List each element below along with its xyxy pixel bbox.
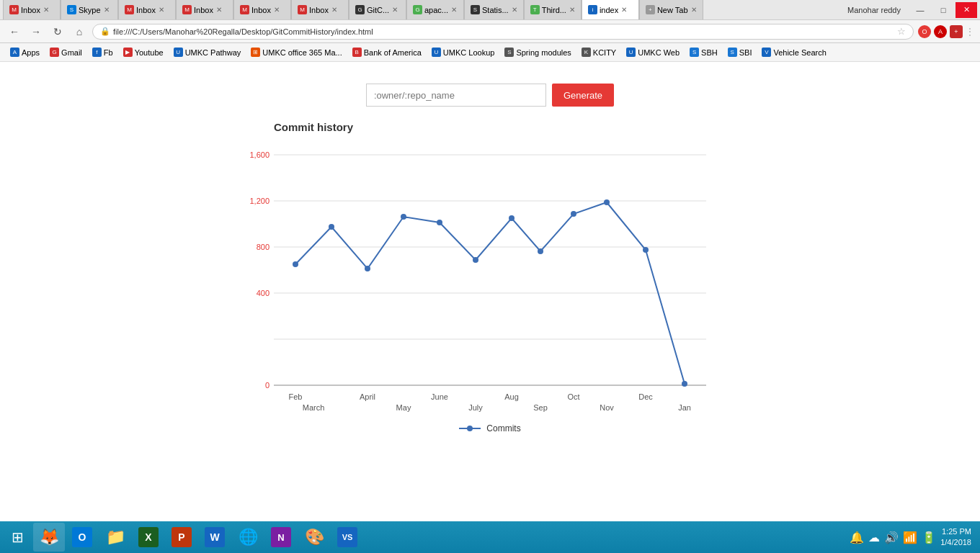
tab-close[interactable]: ✕: [43, 6, 49, 14]
bookmark-icon: U: [432, 48, 441, 57]
tab-tab11[interactable]: i index ✕: [582, 0, 639, 19]
bookmark-label: SBH: [701, 48, 718, 57]
bookmark-youtube[interactable]: ▶ Youtube: [119, 46, 168, 58]
extensions-area: O A + ⋮: [918, 25, 974, 38]
back-button[interactable]: ←: [6, 23, 23, 40]
tab-label: Inbox: [194, 6, 213, 14]
tab-tab2[interactable]: S Skype ✕: [61, 0, 118, 19]
tab-icon: M: [240, 5, 249, 14]
svg-text:Aug: Aug: [504, 392, 519, 401]
bookmark-apps[interactable]: A Apps: [6, 46, 44, 58]
tab-close[interactable]: ✕: [569, 6, 575, 14]
svg-text:Sep: Sep: [533, 403, 548, 412]
bookmark-umkc-pathway[interactable]: U UMKC Pathway: [169, 46, 246, 58]
tab-icon: M: [182, 5, 192, 14]
tab-tab8[interactable]: G apac... ✕: [406, 0, 464, 19]
point-sep: [538, 248, 543, 254]
legend-label: Commits: [486, 423, 520, 433]
bookmark-vehicle-search[interactable]: V Vehicle Search: [757, 46, 830, 58]
bookmark-label: Spring modules: [516, 48, 571, 57]
legend-line-icon: [459, 428, 481, 429]
menu-dots[interactable]: ⋮: [966, 27, 974, 37]
bookmark-sbh[interactable]: S SBH: [685, 46, 722, 58]
bookmark-spring-modules[interactable]: S Spring modules: [500, 46, 575, 58]
address-box[interactable]: 🔒 file:///C:/Users/Manohar%20Regalla/Des…: [92, 24, 914, 40]
minimize-button[interactable]: —: [909, 2, 931, 18]
bookmark-label: Fb: [104, 48, 113, 57]
bookmark-umkc-office-365-ma...[interactable]: ⊞ UMKC office 365 Ma...: [246, 46, 346, 58]
bookmark-icon: U: [626, 48, 636, 57]
svg-text:Nov: Nov: [600, 403, 614, 412]
tab-tab7[interactable]: G GitC... ✕: [349, 0, 406, 19]
bookmark-gmail[interactable]: G Gmail: [45, 46, 86, 58]
tab-close[interactable]: ✕: [621, 6, 627, 14]
svg-text:1,600: 1,600: [249, 150, 270, 159]
tab-tab1[interactable]: M Inbox ✕: [3, 0, 61, 19]
browser-content: Generate Commit history 1,600 1,200 800 …: [0, 62, 980, 521]
titlebar-controls: — □ ✕: [909, 2, 977, 18]
tab-close[interactable]: ✕: [274, 6, 280, 14]
tab-close[interactable]: ✕: [104, 6, 110, 14]
bookmark-umkc-lookup[interactable]: U UMKC Lookup: [427, 46, 499, 58]
maximize-button[interactable]: □: [932, 2, 954, 18]
bookmark-icon: A: [10, 48, 19, 57]
tab-label: Inbox: [21, 6, 40, 14]
tab-tab3[interactable]: M Inbox ✕: [118, 0, 176, 19]
tab-tab4[interactable]: M Inbox ✕: [176, 0, 233, 19]
bookmark-label: UMKC Pathway: [185, 48, 241, 57]
tab-icon: G: [413, 5, 422, 14]
bookmark-sbi[interactable]: S SBI: [723, 46, 757, 58]
point-july: [473, 257, 478, 263]
forward-button[interactable]: →: [27, 23, 45, 40]
tab-close[interactable]: ✕: [159, 6, 164, 14]
bookmark-icon: S: [728, 48, 737, 57]
owner-input[interactable]: [366, 84, 546, 107]
tab-icon: G: [355, 5, 365, 14]
close-button[interactable]: ✕: [956, 2, 977, 18]
refresh-button[interactable]: ↻: [49, 23, 66, 40]
bookmark-label: Gmail: [61, 48, 82, 57]
bookmark-label: KCITY: [593, 48, 616, 57]
bookmark-icon: U: [174, 48, 183, 57]
bookmark-label: UMKC Web: [638, 48, 680, 57]
ext-opera[interactable]: O: [918, 25, 931, 38]
ext-extra[interactable]: +: [950, 25, 963, 38]
tab-label: Inbox: [251, 6, 271, 14]
bookmark-kcity[interactable]: K KCITY: [577, 46, 620, 58]
tab-tab6[interactable]: M Inbox ✕: [291, 0, 349, 19]
address-icons: ☆: [897, 26, 906, 37]
tab-close[interactable]: ✕: [451, 6, 457, 14]
bookmark-icon: f: [92, 48, 102, 57]
tab-close[interactable]: ✕: [691, 6, 697, 14]
point-nov: [604, 199, 610, 205]
svg-text:Oct: Oct: [567, 392, 579, 401]
generate-button[interactable]: Generate: [552, 84, 614, 107]
tab-tab12[interactable]: + New Tab ✕: [639, 0, 703, 19]
tab-close[interactable]: ✕: [331, 6, 337, 14]
tab-close[interactable]: ✕: [216, 6, 222, 14]
bookmark-icon: B: [352, 48, 362, 57]
tab-close[interactable]: ✕: [512, 6, 517, 14]
star-icon[interactable]: ☆: [897, 26, 906, 37]
bookmark-icon: ▶: [123, 48, 133, 57]
chart-area: 1,600 1,200 800 400 0 Feb March April Ma…: [238, 140, 742, 416]
tab-tab10[interactable]: T Third... ✕: [524, 0, 582, 19]
tab-tab9[interactable]: S Statis... ✕: [464, 0, 524, 19]
address-icon: 🔒: [100, 27, 110, 36]
bookmark-fb[interactable]: f Fb: [88, 46, 117, 58]
svg-text:March: March: [303, 403, 325, 412]
tab-tab5[interactable]: M Inbox ✕: [233, 0, 291, 19]
tab-icon: S: [67, 5, 76, 14]
tab-icon: S: [471, 5, 480, 14]
tab-close[interactable]: ✕: [392, 6, 398, 14]
ext-abp[interactable]: A: [934, 25, 947, 38]
svg-text:0: 0: [265, 381, 270, 390]
bookmark-label: UMKC office 365 Ma...: [262, 48, 342, 57]
svg-text:April: April: [360, 392, 375, 401]
bookmark-label: Vehicle Search: [773, 48, 826, 57]
bookmark-umkc-web[interactable]: U UMKC Web: [622, 46, 684, 58]
bookmark-bank-of-america[interactable]: B Bank of America: [348, 46, 426, 58]
home-button[interactable]: ⌂: [71, 23, 88, 40]
tabs-container: M Inbox ✕ S Skype ✕ M Inbox ✕ M Inbox ✕ …: [3, 0, 842, 19]
tab-label: Statis...: [482, 6, 509, 14]
